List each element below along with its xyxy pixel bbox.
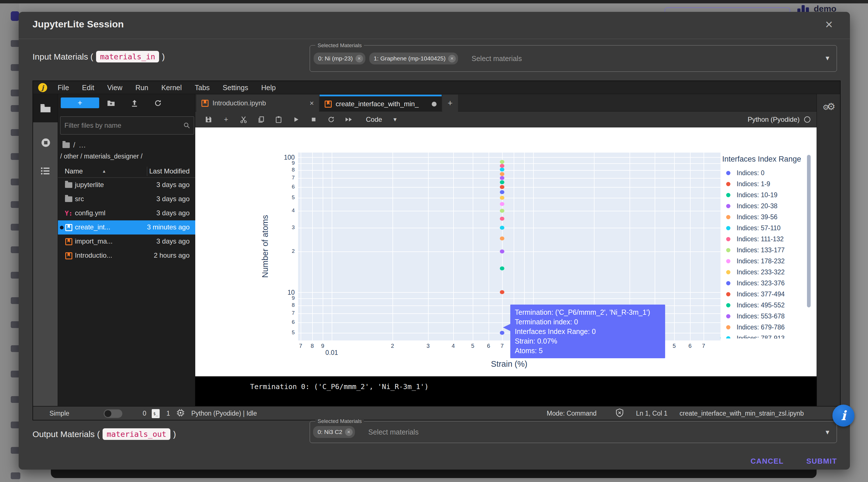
menu-item-run[interactable]: Run xyxy=(129,81,155,94)
x-gridline xyxy=(473,153,473,341)
x-gridline xyxy=(489,153,489,341)
menu-item-tabs[interactable]: Tabs xyxy=(188,81,216,94)
remove-chip-icon[interactable]: × xyxy=(448,55,456,62)
unsaved-changes-icon[interactable] xyxy=(432,102,437,106)
file-row[interactable]: Y:config.yml3 days ago xyxy=(58,206,195,220)
legend-entry[interactable]: Indices: 377-494 xyxy=(722,289,809,300)
legend-entry[interactable]: Indices: 1-9 xyxy=(722,179,809,190)
menu-item-help[interactable]: Help xyxy=(255,81,282,94)
property-inspector-icon[interactable]: ⚙⚙ xyxy=(823,101,836,112)
legend-entry[interactable]: Indices: 679-786 xyxy=(722,322,809,333)
legend-scrollbar[interactable] xyxy=(807,155,811,308)
column-header-name[interactable]: Name xyxy=(65,167,83,175)
running-kernels-icon[interactable] xyxy=(41,137,51,149)
home-folder-icon[interactable] xyxy=(62,142,70,148)
remove-chip-icon[interactable]: × xyxy=(355,55,363,62)
x-gridline xyxy=(690,153,690,341)
restart-run-all-icon[interactable] xyxy=(344,116,353,123)
stop-kernel-icon[interactable] xyxy=(309,117,318,123)
title-divider xyxy=(19,39,850,39)
file-row[interactable]: Introductio...2 hours ago xyxy=(58,249,195,263)
legend-entry[interactable]: Indices: 57-110 xyxy=(722,223,809,234)
material-chip[interactable]: 0: Ni (mp-23)× xyxy=(314,53,365,64)
legend-entry[interactable]: Indices: 233-322 xyxy=(722,267,809,278)
terminals-count[interactable]: 0 xyxy=(143,410,146,417)
copy-cells-icon[interactable] xyxy=(257,116,265,123)
cut-cells-icon[interactable] xyxy=(239,116,248,123)
chevron-down-icon[interactable]: ▾ xyxy=(826,428,829,437)
cursor-position[interactable]: Ln 1, Col 1 xyxy=(636,410,668,417)
x-gridline xyxy=(393,153,393,341)
legend-entry[interactable]: Indices: 553-678 xyxy=(722,311,809,322)
select-materials-placeholder[interactable]: Select materials xyxy=(472,55,522,63)
file-modified: 3 days ago xyxy=(157,237,190,245)
restart-kernel-icon[interactable] xyxy=(327,116,335,123)
kernels-count[interactable]: 1 xyxy=(166,410,170,417)
cell-text-output: Termination 0: ('C_P6/mmm_2', 'Ni_R-3m_1… xyxy=(195,376,816,406)
new-launcher-button[interactable]: + xyxy=(61,97,99,108)
material-chip[interactable]: 1: Graphene (mp-1040425)× xyxy=(369,53,458,64)
legend-entry[interactable]: Indices: 20-38 xyxy=(722,201,809,212)
legend-entry[interactable]: Indices: 787-913 xyxy=(722,333,809,339)
menu-item-kernel[interactable]: Kernel xyxy=(155,81,188,94)
file-row[interactable]: src3 days ago xyxy=(58,192,195,206)
scatter-point xyxy=(500,167,504,171)
legend-entry[interactable]: Indices: 133-177 xyxy=(722,245,809,256)
sort-ascending-icon[interactable]: ▲ xyxy=(102,169,106,173)
status-bar: Simple 0 $_ 1 Python (Pyodide) | Idle Mo… xyxy=(33,406,840,420)
close-icon[interactable]: × xyxy=(820,16,837,33)
legend-swatch xyxy=(726,204,731,208)
file-row[interactable]: create_int...3 minutes ago xyxy=(58,220,195,234)
paste-cells-icon[interactable] xyxy=(274,116,283,123)
new-folder-button[interactable] xyxy=(106,98,116,108)
cancel-button[interactable]: CANCEL xyxy=(746,454,788,468)
background-app-logo xyxy=(11,11,19,21)
menu-item-view[interactable]: View xyxy=(101,81,129,94)
upload-button[interactable] xyxy=(129,98,140,108)
menu-item-file[interactable]: File xyxy=(51,81,75,94)
breadcrumb[interactable]: / … xyxy=(62,141,86,150)
column-header-modified[interactable]: Last Modified xyxy=(149,167,190,175)
material-chip[interactable]: 0: Ni3 C2× xyxy=(313,426,355,438)
info-button[interactable]: i xyxy=(832,405,855,427)
cell-type-dropdown[interactable]: Code ▾ xyxy=(366,116,396,124)
legend-entry[interactable]: Indices: 178-232 xyxy=(722,256,809,267)
kernel-status-text[interactable]: Python (Pyodide) | Idle xyxy=(191,410,257,417)
close-tab-icon[interactable]: × xyxy=(310,99,314,108)
new-tab-button[interactable]: + xyxy=(442,95,458,111)
run-cell-icon[interactable] xyxy=(292,116,300,123)
kernel-indicator[interactable]: Python (Pyodide) xyxy=(748,116,810,124)
file-list-header: Name ▲ Last Modified xyxy=(58,165,195,178)
table-of-contents-icon[interactable] xyxy=(41,167,50,176)
filter-files-input[interactable]: Filter files by name xyxy=(60,117,194,134)
breadcrumb-path[interactable]: / other / materials_designer / xyxy=(60,153,143,160)
tab-create-interface-notebook[interactable]: create_interface_with_min_ xyxy=(319,95,442,111)
save-icon[interactable] xyxy=(204,116,213,123)
file-row[interactable]: jupyterlite3 days ago xyxy=(58,178,195,192)
scatter-point xyxy=(500,266,504,270)
refresh-button[interactable] xyxy=(153,98,163,108)
file-row[interactable]: import_ma...3 days ago xyxy=(58,234,195,249)
legend-entry[interactable]: Indices: 0 xyxy=(722,167,809,179)
breadcrumb-root[interactable]: / xyxy=(73,141,75,150)
file-name: create_int... xyxy=(75,223,110,231)
breadcrumb-ellipsis[interactable]: … xyxy=(79,141,86,150)
simple-mode-toggle[interactable] xyxy=(104,409,122,418)
tab-introduction-notebook[interactable]: Introduction.ipynb × xyxy=(196,95,319,111)
legend-entry[interactable]: Indices: 111-132 xyxy=(722,234,809,245)
y-axis-title: Number of atoms xyxy=(260,215,270,278)
folder-file-icon xyxy=(65,181,73,189)
legend-entry[interactable]: Indices: 323-376 xyxy=(722,278,809,289)
remove-chip-icon[interactable]: × xyxy=(345,428,352,436)
legend-entry[interactable]: Indices: 495-552 xyxy=(722,300,809,311)
menu-item-edit[interactable]: Edit xyxy=(75,81,101,94)
submit-button[interactable]: SUBMIT xyxy=(801,454,843,468)
legend-entry[interactable]: Indices: 39-56 xyxy=(722,212,809,223)
sidebar-tab-filebrowser[interactable] xyxy=(33,94,58,122)
legend-entry[interactable]: Indices: 10-19 xyxy=(722,190,809,201)
search-icon xyxy=(183,122,190,129)
menu-item-settings[interactable]: Settings xyxy=(216,81,255,94)
select-materials-placeholder[interactable]: Select materials xyxy=(368,428,419,436)
insert-cell-icon[interactable]: + xyxy=(222,115,230,124)
chevron-down-icon[interactable]: ▾ xyxy=(826,54,829,62)
